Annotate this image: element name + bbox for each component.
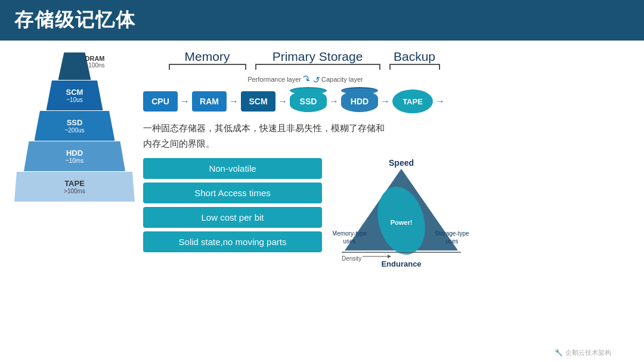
category-headers: Memory Primary Storage Backup	[164, 49, 632, 70]
feature-boxes: Non-volatile Short Access times Low cost…	[143, 158, 322, 252]
cap-arrow-icon: ↷	[310, 72, 323, 86]
layer-tape-label: TAPE	[64, 179, 85, 188]
main-content: DRAM ~100ns SCM ~10us SSD ~200us	[0, 41, 644, 362]
feature-short-access: Short Access times	[143, 182, 322, 203]
layer-hdd-time: ~10ms	[66, 157, 83, 164]
cap-sublabel: Capacity layer	[321, 76, 363, 83]
desc-line1: 一种固态存储器，其低成本，快速且非易失性，模糊了存储和	[143, 120, 632, 136]
arrow-ssd-hdd: →	[329, 96, 339, 107]
description-area: 一种固态存储器，其低成本，快速且非易失性，模糊了存储和 内存之间的界限。	[143, 120, 632, 151]
watermark-icon: 🔧	[555, 349, 563, 357]
watermark-text: 企鹅云技术架构	[565, 348, 611, 357]
cat-backup-label: Backup	[394, 49, 435, 64]
category-backup: Backup	[385, 49, 444, 70]
flow-scm: SCM	[241, 91, 275, 112]
arrow-hdd-tape: →	[380, 96, 390, 107]
right-section: Memory Primary Storage Backup Performanc…	[143, 47, 632, 356]
pyramid-section: DRAM ~100ns SCM ~10us SSD ~200us	[12, 47, 137, 356]
watermark: 🔧 企鹅云技术架构	[555, 348, 611, 357]
perf-label-group: Performance layer ↷	[247, 73, 310, 85]
cap-label-group: ↷ Capacity layer	[312, 73, 375, 85]
arrow-scm-ssd: →	[278, 96, 287, 107]
page-title: 存储级记忆体	[14, 7, 136, 33]
flow-hdd: HDD	[341, 91, 378, 112]
category-memory: Memory	[164, 49, 250, 70]
layer-scm-label: SCM	[66, 88, 83, 97]
svg-text:Density: Density	[342, 255, 361, 262]
cat-memory-label: Memory	[185, 49, 230, 64]
svg-text:Memory-type: Memory-type	[333, 230, 367, 237]
desc-line2: 内存之间的界限。	[143, 136, 632, 151]
svg-text:Power!: Power!	[391, 219, 413, 226]
feature-low-cost: Low cost per bit	[143, 207, 322, 228]
flow-ram: RAM	[192, 91, 227, 112]
pyramid-container: DRAM ~100ns SCM ~10us SSD ~200us	[15, 52, 134, 202]
cat-primary-label: Primary Storage	[273, 49, 363, 64]
layer-dram-label: DRAM	[85, 55, 105, 62]
layer-scm-time: ~10us	[66, 97, 83, 103]
svg-text:uses: uses	[343, 238, 355, 245]
middle-section: Non-volatile Short Access times Low cost…	[143, 158, 632, 268]
arrow-cpu-ram: →	[180, 96, 190, 107]
chart-endurance-label: Endurance	[381, 259, 421, 268]
feature-nonvolatile: Non-volatile	[143, 158, 322, 179]
flow-row: CPU → RAM → SCM → SSD → HDD	[143, 89, 632, 113]
arrow-tape-end: →	[435, 96, 445, 107]
feature-solid-state: Solid state,no moving parts	[143, 231, 322, 252]
flow-cpu: CPU	[143, 91, 178, 112]
svg-text:Storage-type: Storage-type	[435, 230, 469, 237]
category-primary-storage: Primary Storage	[250, 49, 385, 70]
arrow-ram-scm: →	[229, 96, 239, 107]
flow-tape: TAPE	[392, 89, 433, 113]
layer-ssd-label: SSD	[67, 118, 83, 127]
chart-section: Speed Power! Memory-type uses Storage-ty…	[333, 158, 470, 268]
chart-svg: Power! Memory-type uses Storage-type use…	[333, 158, 470, 268]
perf-sublabel: Performance layer	[247, 76, 301, 83]
layer-hdd-label: HDD	[66, 148, 83, 157]
flow-ssd: SSD	[290, 91, 327, 112]
svg-text:uses: uses	[445, 238, 458, 245]
layer-ssd-time: ~200us	[64, 127, 84, 134]
sublabels-row: Performance layer ↷ ↷ Capacity layer	[247, 73, 632, 85]
layer-dram-time: ~100ns	[85, 62, 105, 69]
chart-speed-label: Speed	[389, 158, 414, 168]
header-bar: 存储级记忆体	[0, 0, 644, 41]
layer-tape-time: >100ms	[64, 188, 85, 194]
perf-arrow-icon: ↷	[300, 72, 312, 86]
